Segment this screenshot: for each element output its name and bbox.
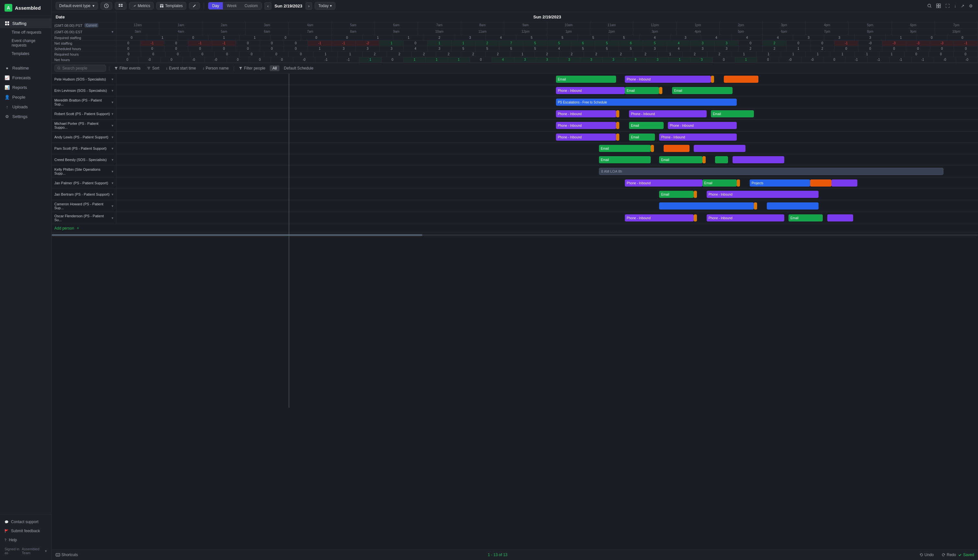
event-block[interactable]: Email [625, 87, 659, 94]
expand-person-icon[interactable]: ▾ [112, 216, 113, 220]
event-block[interactable]: Email [711, 110, 754, 117]
undo-btn[interactable]: Undo [918, 552, 936, 558]
expand-tz[interactable]: ▾ [112, 30, 113, 34]
event-block[interactable]: Email [599, 156, 651, 163]
event-block[interactable] [694, 214, 697, 222]
day-view-btn[interactable]: Day [208, 2, 223, 9]
expand-person-icon[interactable]: ▾ [112, 77, 113, 82]
prev-date-btn[interactable]: ‹ [265, 2, 271, 10]
event-block[interactable] [651, 145, 654, 152]
clock-btn[interactable] [100, 2, 112, 10]
sidebar-item-settings[interactable]: ⚙ Settings [0, 112, 52, 121]
sidebar-item-templates[interactable]: Templates [0, 50, 52, 58]
event-block[interactable]: Phone - Inbound [707, 214, 784, 222]
event-block[interactable] [616, 122, 619, 129]
event-block[interactable]: Email [788, 214, 823, 222]
gear-btn[interactable]: ⚙ [968, 2, 974, 10]
event-block[interactable] [831, 180, 857, 187]
expand-person-icon[interactable]: ▾ [112, 192, 113, 197]
filter-people-btn[interactable]: Filter people [237, 65, 267, 72]
event-block[interactable]: Email [629, 122, 664, 129]
sidebar-item-forecasts[interactable]: 📈 Forecasts [0, 73, 52, 82]
week-view-btn[interactable]: Week [223, 2, 240, 9]
event-block[interactable]: Email [659, 156, 702, 163]
event-block[interactable]: 8 AM LOA 8h [599, 168, 944, 175]
redo-btn[interactable]: Redo [940, 552, 958, 558]
expand-person-icon[interactable]: ▾ [112, 158, 113, 162]
sort-btn[interactable]: Sort [145, 65, 161, 72]
shortcuts-btn[interactable]: Shortcuts [56, 553, 78, 557]
expand-person-icon[interactable]: ▾ [112, 123, 113, 128]
event-block[interactable]: Email [703, 180, 737, 187]
all-filter-btn[interactable]: All [270, 65, 279, 71]
today-btn[interactable]: Today ▾ [315, 2, 335, 10]
event-block[interactable] [724, 76, 758, 83]
search-btn[interactable] [926, 2, 933, 9]
contact-support-item[interactable]: 💬 Contact support [0, 517, 52, 527]
event-block[interactable]: Phone - Inbound [707, 191, 819, 198]
submit-feedback-item[interactable]: 🚩 Submit feedback [0, 527, 52, 535]
event-block[interactable] [827, 214, 853, 222]
event-block[interactable]: Email [672, 87, 732, 94]
share-btn[interactable]: ↗ [960, 2, 966, 10]
event-block[interactable]: Phone - Inbound [659, 133, 737, 141]
sidebar-item-staffing[interactable]: Staffing [0, 18, 52, 28]
event-block[interactable]: Projects [750, 180, 810, 187]
event-block[interactable]: Phone - Inbound [556, 87, 625, 94]
event-start-time-btn[interactable]: ↓ Event start time [164, 65, 198, 72]
add-person-row[interactable]: Add person + [52, 224, 978, 233]
sidebar-item-reports[interactable]: 📊 Reports [0, 82, 52, 92]
event-block[interactable]: Phone - Inbound [556, 133, 616, 141]
event-type-select[interactable]: Default event type ▾ [56, 2, 98, 10]
sidebar-item-event-change[interactable]: Event change requests [0, 37, 52, 50]
event-block[interactable] [694, 145, 746, 152]
custom-view-btn[interactable]: Custom [240, 2, 262, 9]
event-block[interactable] [659, 87, 663, 94]
default-schedule-btn[interactable]: Default Schedule [282, 65, 315, 72]
event-block[interactable] [694, 191, 697, 198]
download-btn[interactable]: ↓ [953, 2, 958, 10]
event-block[interactable] [659, 202, 754, 210]
event-block[interactable]: Phone - Inbound [668, 122, 737, 129]
help-item[interactable]: ? Help [0, 535, 52, 545]
event-block[interactable]: Email [599, 145, 651, 152]
event-block[interactable] [737, 180, 740, 187]
templates-btn[interactable]: Templates [156, 2, 186, 10]
expand-person-icon[interactable]: ▾ [112, 181, 113, 185]
maximize-btn[interactable]: ⛶ [944, 2, 951, 10]
event-block[interactable]: Email [629, 133, 655, 141]
event-block[interactable] [715, 156, 728, 163]
expand-person-icon[interactable]: ▾ [112, 112, 113, 116]
event-block[interactable]: PS Escalations - Free to Schedule [556, 98, 737, 106]
event-block[interactable]: Phone - Inbound [625, 180, 703, 187]
event-block[interactable]: Phone - Inbound [556, 122, 616, 129]
expand-person-icon[interactable]: ▾ [112, 147, 113, 151]
metrics-btn[interactable]: Metrics [129, 2, 154, 10]
sidebar-item-uploads[interactable]: ↑ Uploads [0, 102, 52, 112]
filter-events-btn[interactable]: Filter events [112, 65, 142, 72]
event-block[interactable]: Phone - Inbound [556, 110, 616, 117]
expand-person-icon[interactable]: ▾ [112, 100, 113, 105]
event-block[interactable] [767, 202, 819, 210]
next-date-btn[interactable]: › [305, 2, 312, 10]
expand-person-icon[interactable]: ▾ [112, 169, 113, 173]
event-block[interactable]: Email [556, 76, 616, 83]
event-block[interactable] [616, 133, 619, 141]
event-block[interactable] [616, 110, 619, 117]
event-block[interactable] [754, 202, 757, 210]
sidebar-item-realtime[interactable]: ● Realtime [0, 63, 52, 73]
event-block[interactable] [711, 76, 714, 83]
event-block[interactable] [703, 156, 706, 163]
zoom-btn[interactable] [935, 2, 942, 9]
event-block[interactable]: Email [659, 191, 694, 198]
expand-person-icon[interactable]: ▾ [112, 88, 113, 93]
layout-btn[interactable] [115, 2, 127, 10]
person-name-btn[interactable]: ↓ Person name [200, 65, 230, 72]
sidebar-item-time-off[interactable]: Time off requests [0, 28, 52, 37]
event-block[interactable] [664, 145, 689, 152]
edit-btn[interactable] [189, 2, 200, 9]
event-block[interactable]: Phone - Inbound [625, 76, 711, 83]
event-block[interactable] [810, 180, 832, 187]
expand-person-icon[interactable]: ▾ [112, 135, 113, 139]
search-input[interactable] [62, 66, 103, 70]
